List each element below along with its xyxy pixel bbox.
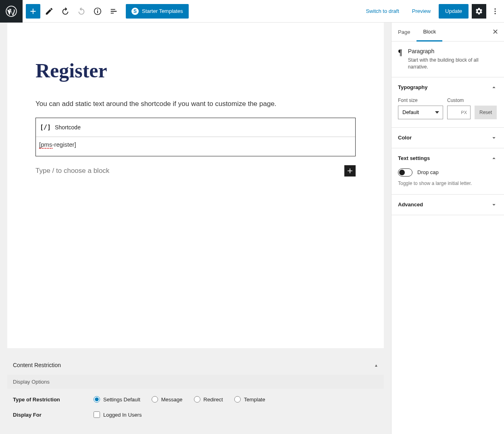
shortcode-content[interactable]: [pms-register] bbox=[36, 137, 355, 156]
add-block-button[interactable] bbox=[26, 4, 40, 19]
redo-button[interactable] bbox=[74, 4, 89, 19]
restriction-type-row: Type of Restriction Settings Default Mes… bbox=[13, 396, 378, 403]
toolbar-left: S Starter Templates bbox=[23, 4, 189, 19]
text-settings-body: Drop cap Toggle to show a large initial … bbox=[392, 168, 504, 194]
update-button[interactable]: Update bbox=[439, 4, 469, 19]
outline-button[interactable] bbox=[106, 4, 121, 19]
custom-size-label: Custom bbox=[447, 98, 471, 103]
color-panel: Color bbox=[392, 128, 504, 148]
chevron-up-icon bbox=[490, 155, 498, 162]
plus-icon bbox=[346, 167, 354, 175]
text-settings-header[interactable]: Text settings bbox=[392, 148, 504, 168]
pencil-icon bbox=[45, 7, 54, 16]
svg-point-3 bbox=[495, 10, 496, 12]
drop-cap-description: Toggle to show a large initial letter. bbox=[398, 181, 498, 186]
restriction-type-label: Type of Restriction bbox=[13, 397, 94, 403]
wordpress-logo[interactable] bbox=[0, 0, 23, 23]
drop-cap-toggle[interactable] bbox=[398, 168, 412, 177]
editor-canvas: Register You can add static text around … bbox=[7, 23, 384, 348]
add-block-placeholder[interactable]: Type / to choose a block bbox=[35, 167, 109, 175]
list-icon bbox=[109, 7, 118, 16]
workspace: Register You can add static text around … bbox=[0, 23, 504, 434]
close-sidebar-button[interactable]: ✕ bbox=[487, 23, 504, 41]
top-toolbar: S Starter Templates Switch to draft Prev… bbox=[0, 0, 504, 23]
undo-button[interactable] bbox=[58, 4, 73, 19]
display-for-options: Logged In Users bbox=[94, 411, 142, 418]
color-header[interactable]: Color bbox=[392, 128, 504, 148]
tab-block[interactable]: Block bbox=[417, 23, 442, 42]
font-size-select[interactable]: Default bbox=[398, 106, 443, 119]
svg-point-2 bbox=[495, 8, 496, 9]
content-restriction-title: Content Restriction bbox=[13, 362, 61, 368]
block-description: Start with the building block of all nar… bbox=[408, 57, 498, 71]
block-name: Paragraph bbox=[408, 48, 498, 54]
intro-paragraph[interactable]: You can add static text around the short… bbox=[35, 100, 356, 108]
display-for-logged-in[interactable]: Logged In Users bbox=[94, 411, 142, 418]
custom-size-input[interactable] bbox=[447, 106, 471, 119]
drop-cap-label: Drop cap bbox=[417, 169, 439, 175]
edit-mode-button[interactable] bbox=[42, 4, 56, 19]
display-for-row: Display For Logged In Users bbox=[13, 411, 378, 418]
shortcode-label: Shortcode bbox=[55, 124, 81, 131]
restriction-opt-redirect[interactable]: Redirect bbox=[194, 396, 223, 403]
plus-icon bbox=[29, 7, 37, 16]
text-settings-panel: Text settings Drop cap Toggle to show a … bbox=[392, 148, 504, 195]
shortcode-text: [pms-register] bbox=[39, 141, 76, 149]
shortcode-header: [/] Shortcode bbox=[36, 118, 355, 137]
svg-point-4 bbox=[495, 13, 496, 14]
shortcode-icon: [/] bbox=[40, 124, 51, 131]
settings-sidebar: Page Block ✕ ¶ Paragraph Start with the … bbox=[391, 23, 504, 434]
chevron-up-icon bbox=[490, 84, 498, 91]
wordpress-icon bbox=[6, 6, 17, 17]
starter-templates-label: Starter Templates bbox=[142, 8, 183, 14]
settings-button[interactable] bbox=[472, 4, 486, 19]
editor-column: Register You can add static text around … bbox=[0, 23, 391, 434]
font-size-label: Font size bbox=[398, 98, 443, 103]
switch-to-draft-link[interactable]: Switch to draft bbox=[361, 5, 404, 17]
undo-icon bbox=[61, 7, 70, 16]
restriction-opt-message[interactable]: Message bbox=[152, 396, 183, 403]
page-title[interactable]: Register bbox=[35, 59, 356, 82]
typography-body: Font size Default Custom Reset bbox=[392, 98, 504, 127]
tab-page[interactable]: Page bbox=[392, 23, 417, 41]
starter-icon: S bbox=[131, 8, 139, 15]
inline-add-block-button[interactable] bbox=[344, 165, 356, 177]
content-restriction-panel: Content Restriction ▲ Display Options Ty… bbox=[7, 355, 384, 434]
toolbar-right: Switch to draft Preview Update bbox=[361, 4, 504, 19]
more-options-button[interactable] bbox=[489, 4, 501, 19]
advanced-panel: Advanced bbox=[392, 195, 504, 215]
restriction-type-options: Settings Default Message Redirect Templa… bbox=[94, 396, 265, 403]
more-vertical-icon bbox=[491, 7, 499, 15]
content-restriction-header[interactable]: Content Restriction ▲ bbox=[7, 355, 384, 375]
restriction-options: Type of Restriction Settings Default Mes… bbox=[7, 389, 384, 434]
typography-header[interactable]: Typography bbox=[392, 77, 504, 98]
chevron-down-icon bbox=[490, 134, 498, 141]
display-for-label: Display For bbox=[13, 412, 94, 418]
paragraph-icon: ¶ bbox=[398, 48, 402, 71]
starter-templates-button[interactable]: S Starter Templates bbox=[126, 4, 189, 19]
reset-size-button[interactable]: Reset bbox=[475, 106, 497, 119]
info-button[interactable] bbox=[90, 4, 105, 19]
collapse-icon: ▲ bbox=[374, 363, 378, 368]
chevron-down-icon bbox=[490, 201, 498, 208]
block-info: ¶ Paragraph Start with the building bloc… bbox=[392, 42, 504, 77]
display-options-subheader: Display Options bbox=[7, 375, 384, 389]
preview-link[interactable]: Preview bbox=[407, 5, 435, 17]
shortcode-block[interactable]: [/] Shortcode [pms-register] bbox=[35, 118, 356, 156]
restriction-opt-settings-default[interactable]: Settings Default bbox=[94, 396, 140, 403]
info-icon bbox=[93, 7, 102, 16]
add-block-row: Type / to choose a block bbox=[35, 165, 356, 177]
advanced-header[interactable]: Advanced bbox=[392, 195, 504, 215]
sidebar-tabs: Page Block ✕ bbox=[392, 23, 504, 42]
gear-icon bbox=[475, 7, 483, 15]
restriction-opt-template[interactable]: Template bbox=[234, 396, 265, 403]
redo-icon bbox=[77, 7, 86, 16]
typography-panel: Typography Font size Default Custom Rese… bbox=[392, 77, 504, 128]
